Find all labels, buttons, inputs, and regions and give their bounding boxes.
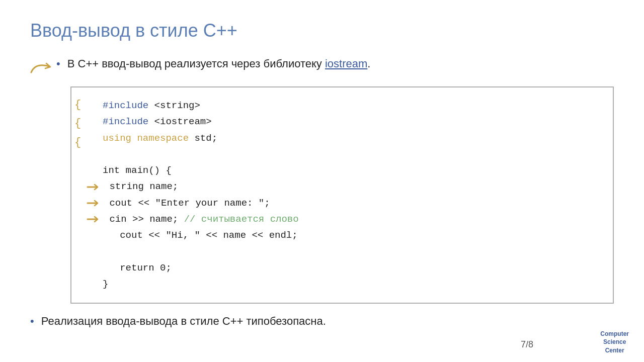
code-block: { { { #include <string> #include <iostre… <box>70 86 614 304</box>
code-line-2: #include <iostream> <box>87 114 598 130</box>
code-line-cout2: cout << "Hi, " << name << endl; <box>87 227 598 243</box>
code-line-3: using namespace std; <box>87 130 598 146</box>
code-line-main: int main() { <box>87 162 598 178</box>
left-marks: { { { <box>74 96 81 152</box>
bullet-2-text: Реализация ввода-вывода в стиле С++ типо… <box>41 314 326 329</box>
code-line-cin: cin >> name; // считывается слово <box>87 211 598 227</box>
left-mark-3: { <box>74 133 81 152</box>
slide-title: Ввод-вывод в стиле С++ <box>30 20 614 41</box>
arrow-cin-icon <box>87 215 102 224</box>
code-line-cout1: cout << "Enter your name: "; <box>87 195 598 211</box>
code-comment: // считывается слово <box>178 211 298 227</box>
bullet-1-text: В С++ ввод-вывод реализуется через библи… <box>67 56 371 72</box>
logo: Computer Science Center <box>600 330 629 355</box>
bullet-1: • В С++ ввод-вывод реализуется через биб… <box>30 56 614 76</box>
code-keyword-include1: #include <box>103 98 148 114</box>
logo-line1: Computer <box>600 330 629 338</box>
code-line-close: } <box>87 276 598 292</box>
code-keyword-include2: #include <box>103 114 148 130</box>
code-line-return: return 0; <box>87 260 598 276</box>
code-line-1: #include <string> <box>87 98 598 114</box>
code-line-string: string name; <box>87 178 598 195</box>
code-line-blank1 <box>87 146 598 162</box>
logo-line3: Center <box>600 346 629 355</box>
hand-arrow-icon <box>30 58 54 76</box>
code-keyword-namespace: namespace <box>137 130 189 146</box>
code-line-blank2 <box>87 244 598 260</box>
left-mark-2: { <box>74 114 81 133</box>
bullet-2-dot: • <box>30 316 34 327</box>
left-mark-1: { <box>74 96 81 114</box>
code-keyword-using: using <box>103 130 131 146</box>
arrow-cout1-icon <box>87 199 102 208</box>
slide-number: 7/8 <box>521 339 533 350</box>
bullet-2: • Реализация ввода-вывода в стиле С++ ти… <box>30 314 614 329</box>
slide: Ввод-вывод в стиле С++ • В С++ ввод-выво… <box>0 0 644 362</box>
bullet-1-dot: • <box>56 58 60 69</box>
logo-line2: Science <box>600 338 629 346</box>
arrow-string-icon <box>87 183 102 192</box>
